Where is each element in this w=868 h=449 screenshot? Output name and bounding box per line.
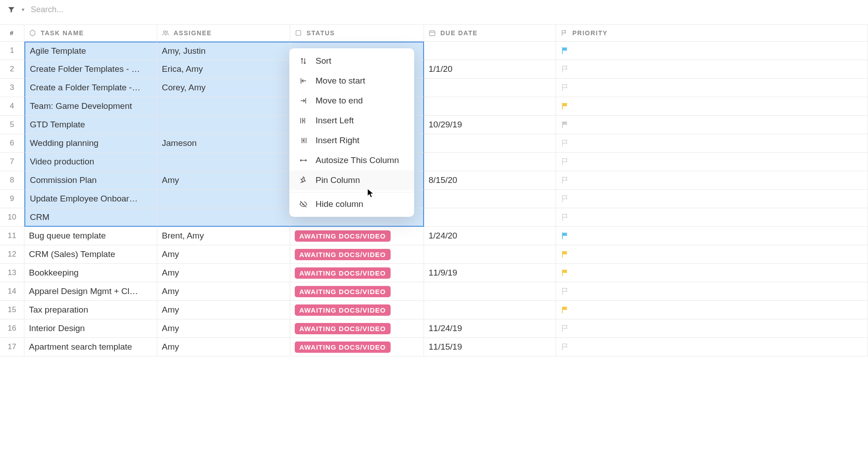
status-cell[interactable]: AWAITING DOCS/VIDEO — [290, 338, 424, 356]
due-date-cell[interactable] — [424, 153, 556, 171]
column-header-priority[interactable]: PRIORITY — [556, 24, 868, 42]
row-number[interactable]: 13 — [0, 264, 24, 282]
row-number[interactable]: 15 — [0, 301, 24, 319]
priority-cell[interactable] — [556, 97, 868, 116]
assignee-cell[interactable]: Brent, Amy — [157, 227, 290, 245]
priority-cell[interactable] — [556, 227, 868, 245]
priority-cell[interactable] — [556, 42, 868, 60]
row-number[interactable]: 3 — [0, 79, 24, 97]
menu-item-move-start[interactable]: Move to start — [289, 71, 414, 91]
row-number[interactable]: 10 — [0, 208, 24, 227]
column-header-assignee[interactable]: ASSIGNEE — [157, 24, 290, 42]
priority-cell[interactable] — [556, 153, 868, 171]
task-name-cell[interactable]: Create Folder Templates - … — [24, 60, 157, 79]
priority-cell[interactable] — [556, 208, 868, 227]
priority-cell[interactable] — [556, 301, 868, 319]
assignee-cell[interactable]: Amy — [157, 301, 290, 319]
priority-cell[interactable] — [556, 79, 868, 97]
status-cell[interactable]: AWAITING DOCS/VIDEO — [290, 227, 424, 245]
priority-cell[interactable] — [556, 319, 868, 338]
task-name-cell[interactable]: Agile Template — [24, 42, 157, 60]
priority-cell[interactable] — [556, 264, 868, 282]
task-name-cell[interactable]: Wedding planning — [24, 134, 157, 153]
assignee-cell[interactable] — [157, 116, 290, 134]
priority-cell[interactable] — [556, 134, 868, 153]
task-name-cell[interactable]: CRM (Sales) Template — [24, 245, 157, 264]
priority-cell[interactable] — [556, 116, 868, 134]
assignee-cell[interactable]: Amy — [157, 319, 290, 338]
due-date-cell[interactable] — [424, 208, 556, 227]
menu-item-insert-left[interactable]: Insert Left — [289, 111, 414, 131]
task-name-cell[interactable]: CRM — [24, 208, 157, 227]
task-name-cell[interactable]: Tax preparation — [24, 301, 157, 319]
priority-cell[interactable] — [556, 171, 868, 190]
task-name-cell[interactable]: Bookkeeping — [24, 264, 157, 282]
row-number[interactable]: 14 — [0, 282, 24, 301]
assignee-cell[interactable] — [157, 190, 290, 208]
task-name-cell[interactable]: Update Employee Onboar… — [24, 190, 157, 208]
row-number[interactable]: 8 — [0, 171, 24, 190]
due-date-cell[interactable] — [424, 245, 556, 264]
due-date-cell[interactable] — [424, 134, 556, 153]
assignee-cell[interactable]: Jameson — [157, 134, 290, 153]
due-date-cell[interactable]: 10/29/19 — [424, 116, 556, 134]
menu-item-move-end[interactable]: Move to end — [289, 91, 414, 111]
due-date-cell[interactable] — [424, 42, 556, 60]
due-date-cell[interactable]: 11/15/19 — [424, 338, 556, 356]
filter-icon[interactable] — [7, 5, 15, 14]
row-number[interactable]: 4 — [0, 97, 24, 116]
task-name-cell[interactable]: Apparel Design Mgmt + Cl… — [24, 282, 157, 301]
row-number[interactable]: 7 — [0, 153, 24, 171]
assignee-cell[interactable]: Corey, Amy — [157, 79, 290, 97]
row-number[interactable]: 5 — [0, 116, 24, 134]
priority-cell[interactable] — [556, 245, 868, 264]
row-number[interactable]: 11 — [0, 227, 24, 245]
task-name-cell[interactable]: Commission Plan — [24, 171, 157, 190]
task-name-cell[interactable]: Team: Game Development — [24, 97, 157, 116]
priority-cell[interactable] — [556, 282, 868, 301]
column-header-task-name[interactable]: TASK NAME — [24, 24, 157, 42]
assignee-cell[interactable]: Amy — [157, 338, 290, 356]
due-date-cell[interactable]: 1/1/20 — [424, 60, 556, 79]
column-header-status[interactable]: STATUS — [290, 24, 424, 42]
menu-item-sort[interactable]: Sort — [289, 51, 414, 71]
assignee-cell[interactable]: Amy — [157, 171, 290, 190]
row-number[interactable]: 12 — [0, 245, 24, 264]
status-cell[interactable]: AWAITING DOCS/VIDEO — [290, 264, 424, 282]
row-number[interactable]: 16 — [0, 319, 24, 338]
due-date-cell[interactable]: 11/24/19 — [424, 319, 556, 338]
row-number[interactable]: 17 — [0, 338, 24, 356]
task-name-cell[interactable]: Video production — [24, 153, 157, 171]
search-input[interactable] — [31, 5, 166, 14]
assignee-cell[interactable]: Erica, Amy — [157, 60, 290, 79]
due-date-cell[interactable]: 11/9/19 — [424, 264, 556, 282]
due-date-cell[interactable] — [424, 282, 556, 301]
row-number[interactable]: 6 — [0, 134, 24, 153]
due-date-cell[interactable] — [424, 190, 556, 208]
due-date-cell[interactable]: 1/24/20 — [424, 227, 556, 245]
assignee-cell[interactable] — [157, 153, 290, 171]
assignee-cell[interactable]: Amy — [157, 245, 290, 264]
task-name-cell[interactable]: GTD Template — [24, 116, 157, 134]
menu-item-pin-column[interactable]: Pin Column — [289, 170, 414, 190]
assignee-cell[interactable]: Amy, Justin — [157, 42, 290, 60]
assignee-cell[interactable] — [157, 97, 290, 116]
row-number[interactable]: 2 — [0, 60, 24, 79]
priority-cell[interactable] — [556, 190, 868, 208]
assignee-cell[interactable]: Amy — [157, 264, 290, 282]
assignee-cell[interactable] — [157, 208, 290, 227]
status-cell[interactable]: AWAITING DOCS/VIDEO — [290, 301, 424, 319]
column-header-number[interactable]: # — [0, 24, 24, 42]
row-number[interactable]: 9 — [0, 190, 24, 208]
due-date-cell[interactable] — [424, 97, 556, 116]
status-cell[interactable]: AWAITING DOCS/VIDEO — [290, 319, 424, 338]
assignee-cell[interactable]: Amy — [157, 282, 290, 301]
due-date-cell[interactable] — [424, 301, 556, 319]
due-date-cell[interactable] — [424, 79, 556, 97]
menu-item-hide-column[interactable]: Hide column — [289, 194, 414, 214]
filter-dropdown-caret-icon[interactable]: ▼ — [21, 7, 25, 12]
task-name-cell[interactable]: Apartment search template — [24, 338, 157, 356]
task-name-cell[interactable]: Interior Design — [24, 319, 157, 338]
due-date-cell[interactable]: 8/15/20 — [424, 171, 556, 190]
task-name-cell[interactable]: Create a Folder Template -… — [24, 79, 157, 97]
